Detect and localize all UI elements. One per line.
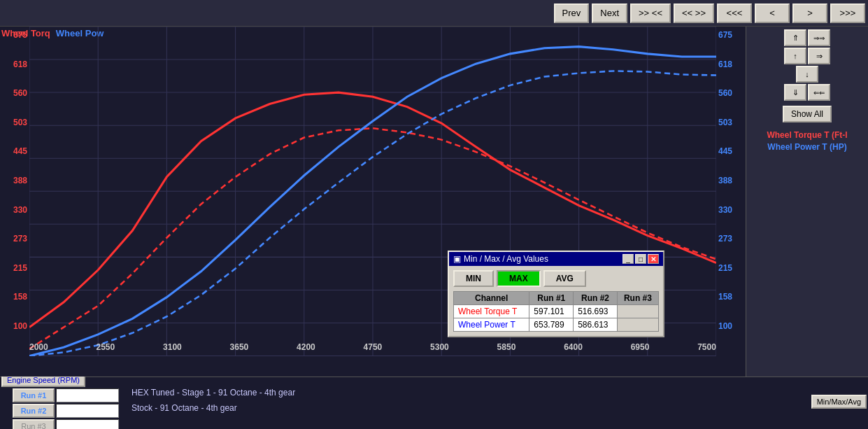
dialog-tabs: MIN MAX AVG xyxy=(453,270,659,287)
y-label-blue-2: 560 xyxy=(718,88,732,98)
x-label-2: 3100 xyxy=(163,342,182,352)
prev-button[interactable]: Prev xyxy=(554,3,590,23)
dialog-body: MIN MAX AVG Channel Run #1 Run #2 Run #3 xyxy=(449,266,663,336)
col-channel-header: Channel xyxy=(454,292,529,305)
y-label-blue-9: 158 xyxy=(718,292,732,302)
status-bar: Engine Speed (RPM) Run #1 Run #2 Run #3 … xyxy=(0,377,868,429)
y-label-red-8: 215 xyxy=(13,263,27,273)
chart-area: Wheel Torq Wheel Pow 675 618 560 503 445… xyxy=(0,27,746,377)
nav-right-right-button[interactable]: ⇒⇒ xyxy=(808,29,830,46)
run3-description xyxy=(126,417,137,420)
y-label-blue-5: 388 xyxy=(718,176,732,185)
dialog-title-text: Min / Max / Avg Values xyxy=(464,254,548,264)
y-label-blue-7: 273 xyxy=(718,234,732,244)
run3-label[interactable]: Run #3 xyxy=(13,419,55,429)
far-fwd-button[interactable]: >>> xyxy=(830,3,865,23)
y-axis-left: 675 618 560 503 445 388 330 273 215 158 … xyxy=(0,27,29,335)
dialog-minimize-button[interactable]: _ xyxy=(622,254,634,264)
tab-max-button[interactable]: MAX xyxy=(497,270,541,287)
dialog-icon: ▣ xyxy=(453,254,461,264)
y-label-red-9: 158 xyxy=(13,292,27,302)
col-run2-header: Run #2 xyxy=(574,292,618,305)
y-label-blue-3: 503 xyxy=(718,118,732,127)
status-left: Engine Speed (RPM) Run #1 Run #2 Run #3 xyxy=(1,373,119,429)
run2-desc-row: Stock - 91 Octane - 4th gear xyxy=(126,402,810,414)
right-panel: ⇑ ⇒⇒ ↑ ⇒ ↓ ⇓ ⇐⇐ Show All Wheel Torque T … xyxy=(746,27,868,377)
torque-run1-cell: 597.101 xyxy=(529,305,574,318)
run2-input[interactable] xyxy=(56,404,119,418)
nav-down-button[interactable]: ↓ xyxy=(796,66,818,83)
y-label-blue-0: 675 xyxy=(718,30,732,40)
x-label-7: 5850 xyxy=(497,342,516,352)
power-run2-cell: 586.613 xyxy=(574,318,618,332)
nav-buttons: ⇑ ⇒⇒ ↑ ⇒ ↓ ⇓ ⇐⇐ xyxy=(784,29,830,101)
y-label-blue-10: 100 xyxy=(718,321,732,331)
minmax-button[interactable]: Min/Max/Avg xyxy=(811,395,867,409)
x-label-10: 7500 xyxy=(697,342,716,352)
col-run1-header: Run #1 xyxy=(529,292,574,305)
nav-row-3: ↓ xyxy=(796,66,818,83)
x-label-5: 4750 xyxy=(364,342,383,352)
run1-label[interactable]: Run #1 xyxy=(13,388,55,402)
y-label-red-0: 675 xyxy=(13,30,27,40)
nav-right-button[interactable]: ⇒ xyxy=(808,48,830,64)
nav-up-button[interactable]: ↑ xyxy=(784,48,806,64)
skip-back-button[interactable]: >> << xyxy=(630,3,671,23)
skip-fwd-button[interactable]: << >> xyxy=(674,3,714,23)
torque-run3-cell xyxy=(617,305,658,318)
y-label-red-2: 560 xyxy=(13,88,27,98)
far-back-button[interactable]: <<< xyxy=(717,3,752,23)
y-axis-right: 675 618 560 503 445 388 330 273 215 158 … xyxy=(716,27,746,335)
step-back-button[interactable]: < xyxy=(755,3,790,23)
y-label-blue-4: 445 xyxy=(718,146,732,156)
run1-row: Run #1 xyxy=(1,388,119,402)
nav-up-up-button[interactable]: ⇑ xyxy=(784,29,806,46)
content-area: Wheel Torq Wheel Pow 675 618 560 503 445… xyxy=(0,27,868,377)
nav-left-left-button[interactable]: ⇐⇐ xyxy=(808,84,830,101)
dialog-restore-button[interactable]: □ xyxy=(635,254,646,264)
run2-row: Run #2 xyxy=(1,404,119,418)
nav-row-2: ↑ ⇒ xyxy=(784,48,830,64)
power-run1-cell: 653.789 xyxy=(529,318,574,332)
y-label-blue-1: 618 xyxy=(718,59,732,69)
x-label-9: 6950 xyxy=(631,342,650,352)
run2-label[interactable]: Run #2 xyxy=(13,404,55,418)
nav-down-down-button[interactable]: ⇓ xyxy=(784,84,806,101)
legend-torque: Wheel Torque T (Ft-l xyxy=(767,130,847,140)
y-label-red-1: 618 xyxy=(13,59,27,69)
run2-description: Stock - 91 Octane - 4th gear xyxy=(126,402,243,414)
x-label-6: 5300 xyxy=(430,342,449,352)
run3-row: Run #3 xyxy=(1,419,119,429)
dialog-close-button[interactable]: ✕ xyxy=(648,254,659,264)
nav-row-1: ⇑ ⇒⇒ xyxy=(784,29,830,46)
x-label-4: 4200 xyxy=(297,342,315,352)
y-label-red-3: 503 xyxy=(13,118,27,127)
tab-min-button[interactable]: MIN xyxy=(453,270,494,287)
x-label-3: 3650 xyxy=(230,342,249,352)
table-row-torque: Wheel Torque T 597.101 516.693 xyxy=(454,305,659,318)
toolbar: Prev Next >> << << >> <<< < > >>> xyxy=(0,0,868,27)
y-label-red-4: 445 xyxy=(13,146,27,156)
table-row-power: Wheel Power T 653.789 586.613 xyxy=(454,318,659,332)
nav-row-4: ⇓ ⇐⇐ xyxy=(784,84,830,101)
x-label-0: 2000 xyxy=(29,342,48,352)
y-label-blue-8: 215 xyxy=(718,263,732,273)
y-label-red-5: 388 xyxy=(13,176,27,185)
run3-desc-row xyxy=(126,417,810,420)
torque-run2-cell: 516.693 xyxy=(574,305,618,318)
dialog-overlay: ▣ Min / Max / Avg Values _ □ ✕ MIN MAX xyxy=(448,251,664,337)
dialog-title-bar[interactable]: ▣ Min / Max / Avg Values _ □ ✕ xyxy=(449,252,663,266)
x-axis: 2000 2550 3100 3650 4200 4750 5300 5850 … xyxy=(29,342,716,352)
power-channel-cell: Wheel Power T xyxy=(454,318,529,332)
y-label-blue-6: 330 xyxy=(718,205,732,215)
col-run3-header: Run #3 xyxy=(617,292,658,305)
show-all-button[interactable]: Show All xyxy=(783,106,832,122)
run1-description: HEX Tuned - Stage 1 - 91 Octane - 4th ge… xyxy=(126,386,301,399)
run1-desc-row: HEX Tuned - Stage 1 - 91 Octane - 4th ge… xyxy=(126,386,810,399)
tab-avg-button[interactable]: AVG xyxy=(543,270,586,287)
next-button[interactable]: Next xyxy=(592,3,627,23)
run3-input[interactable] xyxy=(56,419,119,429)
step-fwd-button[interactable]: > xyxy=(792,3,827,23)
x-label-1: 2550 xyxy=(97,342,115,352)
run1-input[interactable] xyxy=(56,388,119,402)
